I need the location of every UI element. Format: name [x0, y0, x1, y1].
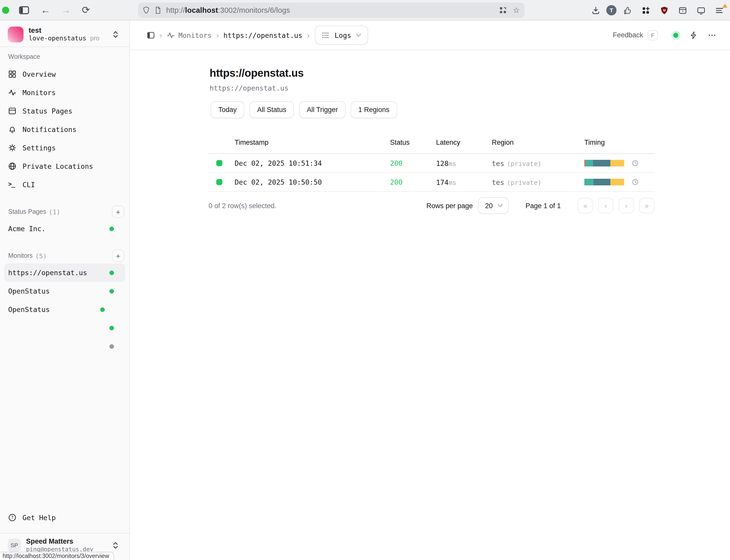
- monitors-section-header: Monitors (5) +: [4, 248, 125, 263]
- user-avatar: SP: [8, 539, 21, 552]
- sidebar-item-overview[interactable]: Overview: [4, 65, 125, 83]
- back-button[interactable]: ←: [38, 2, 53, 18]
- chevron-down-icon: [356, 33, 362, 37]
- sidebar-item-settings[interactable]: Settings: [4, 139, 125, 157]
- url-text[interactable]: http://localhost:3002/monitors/6/logs: [166, 6, 499, 14]
- status-dot: [109, 344, 114, 349]
- logs-table: Timestamp Status Latency Region Timing D…: [209, 133, 654, 192]
- page-subtitle: https://openstat.us: [210, 84, 730, 92]
- sidebar-item-status-pages[interactable]: Status Pages: [4, 102, 125, 120]
- system-status-indicator[interactable]: [671, 30, 680, 40]
- sidebar-collapse-icon[interactable]: [147, 31, 155, 39]
- address-bar[interactable]: http://localhost:3002/monitors/6/logs ☆: [138, 3, 524, 18]
- circle-help-icon: ?: [8, 513, 16, 522]
- archive-box-icon[interactable]: [675, 3, 690, 18]
- monitor-item-unnamed-1[interactable]: [4, 319, 125, 337]
- filter-regions-button[interactable]: 1 Regions: [351, 101, 397, 118]
- chevrons-up-down-icon: [113, 541, 119, 549]
- section-title: Monitors: [8, 252, 33, 259]
- more-options-button[interactable]: ⋯: [708, 30, 717, 40]
- sidebar-item-private-locations[interactable]: Private Locations: [4, 157, 125, 175]
- cell-latency: 174ms: [436, 177, 456, 187]
- next-page-button[interactable]: ›: [619, 198, 634, 213]
- thumbs-up-extension-icon[interactable]: [620, 3, 635, 18]
- cell-latency: 128ms: [436, 158, 456, 168]
- monitor-item-openstatus-2[interactable]: OpenStatus: [4, 300, 125, 319]
- status-dot: [100, 307, 105, 312]
- column-latency[interactable]: Latency: [436, 139, 460, 146]
- status-dot: [109, 226, 114, 231]
- browser-window: ← → ⟳ http://localhost:3002/monitors/6/l…: [0, 0, 730, 560]
- column-timestamp[interactable]: Timestamp: [235, 139, 269, 146]
- rows-per-page-label: Rows per page: [426, 202, 473, 209]
- sidebar-item-notifications[interactable]: Notifications: [4, 120, 125, 139]
- monitor-item-openstatus-1[interactable]: OpenStatus: [4, 282, 125, 300]
- first-page-button[interactable]: «: [578, 198, 593, 213]
- last-page-button[interactable]: »: [639, 198, 654, 213]
- monitor-item-openstat[interactable]: https://openstat.us: [4, 263, 125, 282]
- breadcrumb-monitor-name[interactable]: https://openstat.us: [223, 31, 303, 39]
- table-row[interactable]: Dec 02, 2025 10:51:34 200 128ms tes(priv…: [209, 154, 654, 173]
- sidebar-item-cli[interactable]: >_ CLI: [4, 175, 125, 194]
- downloads-icon[interactable]: [588, 3, 603, 18]
- breadcrumb-monitors[interactable]: Monitors: [167, 31, 212, 39]
- sidebar-item-label: Settings: [23, 144, 56, 152]
- shield-permissions-icon[interactable]: [142, 6, 150, 14]
- column-status[interactable]: Status: [390, 139, 410, 146]
- link-preview-statusbar: http://localhost:3002/monitors/3/overvie…: [0, 552, 114, 560]
- cell-region: tes(private): [492, 158, 541, 168]
- section-count: (1): [49, 208, 60, 216]
- terminal-icon: >_: [8, 181, 16, 189]
- sidebar-item-label: Status Pages: [23, 107, 72, 115]
- ublock-shield-icon[interactable]: u: [656, 3, 672, 18]
- status-dot: [109, 289, 114, 293]
- activity-icon: [8, 88, 16, 97]
- page-content: https://openstat.us https://openstat.us …: [130, 50, 730, 214]
- reload-button[interactable]: ⟳: [78, 2, 94, 18]
- extension-t-icon[interactable]: T: [606, 5, 616, 15]
- filter-status-button[interactable]: All Status: [250, 101, 294, 118]
- workspace-switcher[interactable]: test love-openstatus pro: [4, 24, 125, 47]
- view-selector-logs[interactable]: Logs: [315, 26, 368, 44]
- screenshot-grid-icon[interactable]: [499, 6, 507, 14]
- filter-today-button[interactable]: Today: [211, 101, 244, 118]
- traffic-light-green[interactable]: [2, 6, 9, 14]
- page-title: https://openstat.us: [210, 67, 730, 79]
- feedback-shortcut-badge: F: [648, 30, 658, 40]
- sidebar-toggle-window-icon[interactable]: [16, 2, 32, 18]
- svg-text:?: ?: [11, 515, 13, 520]
- sidebar-item-monitors[interactable]: Monitors: [4, 83, 125, 102]
- app-menu-icon[interactable]: [712, 3, 727, 18]
- column-timing[interactable]: Timing: [584, 139, 605, 146]
- forward-button[interactable]: →: [58, 2, 74, 18]
- bookmark-star-icon[interactable]: ☆: [512, 6, 520, 14]
- display-icon[interactable]: [693, 3, 709, 18]
- rows-per-page-select[interactable]: 20: [478, 197, 509, 214]
- divider: [0, 47, 129, 47]
- monitor-label: https://openstat.us: [8, 268, 87, 277]
- view-label: Logs: [335, 31, 351, 39]
- cell-region: tes(private): [492, 177, 541, 187]
- previous-page-button[interactable]: ‹: [598, 198, 613, 213]
- chevron-right-icon: ›: [216, 31, 219, 39]
- page-info-icon[interactable]: [154, 6, 162, 14]
- sidebar-item-label: CLI: [23, 181, 35, 189]
- add-monitor-button[interactable]: +: [112, 250, 124, 262]
- feedback-link[interactable]: Feedback: [613, 31, 643, 39]
- clock-icon[interactable]: [632, 179, 638, 185]
- update-badge: [722, 4, 727, 8]
- status-page-label: Acme Inc.: [8, 225, 46, 233]
- add-status-page-button[interactable]: +: [112, 206, 124, 218]
- clock-icon[interactable]: [632, 160, 638, 166]
- zap-icon[interactable]: [690, 31, 698, 39]
- table-row[interactable]: Dec 02, 2025 10:50:50 200 174ms tes(priv…: [209, 173, 654, 192]
- status-page-item-acme[interactable]: Acme Inc.: [4, 219, 125, 238]
- column-region[interactable]: Region: [492, 139, 514, 146]
- extensions-puzzle-icon[interactable]: [638, 3, 653, 18]
- monitor-item-unnamed-2[interactable]: [4, 337, 125, 355]
- get-help-label: Get Help: [23, 513, 56, 522]
- filter-trigger-button[interactable]: All Trigger: [299, 101, 346, 118]
- get-help-button[interactable]: ? Get Help: [4, 508, 125, 527]
- chevron-down-icon: [497, 204, 503, 208]
- chevrons-up-down-icon: [113, 30, 119, 38]
